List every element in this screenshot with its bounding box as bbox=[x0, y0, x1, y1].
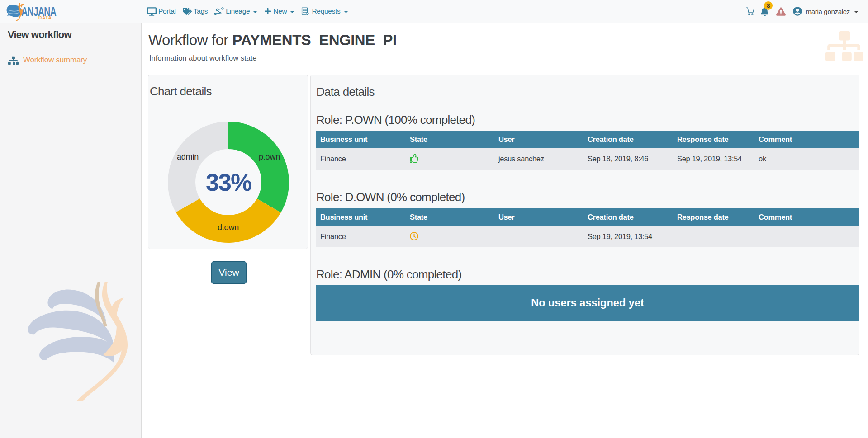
svg-text:DATA: DATA bbox=[38, 15, 52, 20]
